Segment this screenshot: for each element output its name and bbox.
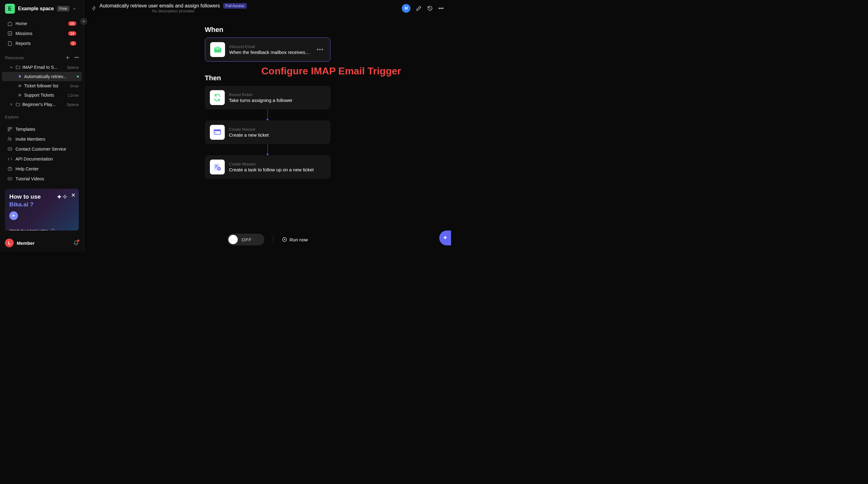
tree-label: Ticket follower list: [24, 83, 68, 88]
explore-invite-label: Invite Members: [16, 137, 45, 141]
history-button[interactable]: [427, 6, 433, 11]
explore-header: Explore: [0, 109, 84, 122]
mail-icon: [210, 42, 225, 57]
topbar: Automatically retrieve user emails and a…: [84, 0, 451, 17]
step-card-round-robin[interactable]: Round Robin Take turns assigning a follo…: [205, 86, 331, 109]
tree-table-followers[interactable]: Ticket follower list 3row: [2, 81, 82, 91]
card-more-button[interactable]: •••: [316, 45, 325, 54]
hash-icon: [18, 93, 22, 97]
explore-videos[interactable]: Tutorial Videos: [2, 174, 81, 184]
nav-reports[interactable]: Reports 2: [2, 38, 81, 49]
tree-folder-playground[interactable]: Beginner's Play... 5piece: [2, 100, 82, 109]
automation-toggle[interactable]: OFF: [227, 234, 265, 246]
hash-icon: [18, 84, 22, 88]
sidebar: E Example space Free Home 16 Missions 14…: [0, 0, 84, 252]
add-resource-button[interactable]: [65, 55, 70, 60]
tree-count: 5piece: [67, 102, 79, 107]
step-desc: Create a new ticket: [229, 132, 326, 137]
sidebar-footer: L Member: [0, 234, 84, 252]
chat-icon: [7, 147, 12, 152]
promo-footer-label: Watch the tutorial video: [9, 229, 48, 230]
explore-help[interactable]: Help Center: [2, 164, 81, 174]
workspace-switcher[interactable]: E Example space Free: [0, 0, 84, 18]
tree-count: 11row: [68, 93, 79, 98]
sidebar-collapse-button[interactable]: [80, 18, 87, 25]
flow-connector: [268, 109, 268, 121]
nav-home[interactable]: Home 16: [2, 19, 81, 29]
chevron-down-icon: [72, 7, 76, 10]
check-square-icon: [7, 31, 12, 36]
nav-home-count: 16: [68, 21, 76, 26]
step-card-create-mission[interactable]: Create Mission Create a task to follow u…: [205, 155, 331, 179]
toggle-label: OFF: [242, 237, 252, 242]
explore-videos-label: Tutorial Videos: [16, 176, 44, 181]
video-icon: [7, 176, 12, 181]
task-plus-icon: [210, 160, 225, 174]
nav-home-label: Home: [16, 21, 27, 26]
tier-badge: Free: [57, 6, 70, 11]
more-button[interactable]: •••: [438, 6, 444, 11]
nav-missions[interactable]: Missions 14: [2, 29, 81, 38]
explore-templates[interactable]: Templates: [2, 124, 81, 134]
tree-table-tickets[interactable]: Support Tickets 11row: [2, 91, 82, 100]
chevron-down-icon: [9, 65, 13, 69]
refresh-icon: [210, 90, 225, 105]
tree-label: Beginner's Play...: [22, 102, 65, 107]
svg-point-9: [51, 229, 55, 230]
when-heading: When: [205, 26, 331, 34]
user-avatar[interactable]: L: [5, 238, 13, 247]
primary-nav: Home 16 Missions 14 Reports 2: [0, 18, 84, 50]
promo-title-line2: Bika.ai ?: [9, 201, 74, 208]
explore-invite[interactable]: Invite Members: [2, 134, 81, 144]
flow-connector: [268, 144, 268, 155]
promo-card[interactable]: ✕ ✦✧ How to use Bika.ai ? Watch the tuto…: [5, 189, 79, 230]
template-icon: [7, 127, 12, 132]
header-avatar[interactable]: M: [402, 4, 410, 13]
tree-automation-active[interactable]: Automatically retriev...: [2, 72, 82, 81]
nav-missions-label: Missions: [16, 31, 32, 36]
main-content: Automatically retrieve user emails and a…: [84, 0, 451, 252]
step-card-create-record[interactable]: Create Record Create a new ticket: [205, 121, 331, 144]
svg-point-7: [10, 170, 10, 170]
step-desc: Create a task to follow up on a new tick…: [229, 167, 326, 172]
explore-api-label: API Documentation: [16, 157, 53, 161]
document-icon: [7, 41, 12, 46]
explore-label: Explore: [5, 115, 19, 119]
explore-list: Templates Invite Members Contact Custome…: [0, 123, 84, 185]
tree-folder-imap[interactable]: IMAP Email to S... 3piece: [2, 63, 82, 72]
page-description: No description provided: [99, 9, 247, 13]
tree-count: 3piece: [67, 65, 79, 70]
bolt-icon: [18, 74, 22, 79]
chevron-right-icon: [9, 103, 13, 106]
close-icon[interactable]: ✕: [71, 192, 75, 199]
play-button[interactable]: [9, 211, 18, 220]
folder-icon: [16, 102, 21, 107]
explore-api[interactable]: API Documentation: [2, 154, 81, 164]
promo-footer[interactable]: Watch the tutorial video: [9, 229, 74, 230]
tree-count: 3row: [70, 84, 79, 88]
nav-missions-count: 14: [68, 31, 76, 36]
workspace-name: Example space: [18, 6, 54, 11]
explore-contact[interactable]: Contact Customer Service: [2, 144, 81, 154]
run-now-label: Run now: [289, 237, 308, 242]
notifications-button[interactable]: [73, 240, 79, 246]
user-plus-icon: [7, 137, 12, 141]
edit-button[interactable]: [416, 6, 422, 11]
resources-more-button[interactable]: •••: [74, 55, 79, 60]
trigger-desc: When the feedback mailbox receives ne...: [229, 50, 311, 55]
sparkle-icon: ✦✧: [56, 193, 68, 201]
trigger-type: Inbound Email: [229, 44, 311, 49]
svg-rect-1: [8, 127, 10, 129]
workspace-badge: E: [5, 4, 15, 13]
run-now-button[interactable]: Run now: [282, 237, 308, 242]
resources-label: Resources: [5, 56, 24, 60]
active-dot-icon: [77, 75, 79, 77]
tree-label: Support Tickets: [24, 93, 66, 98]
trigger-card[interactable]: Inbound Email When the feedback mailbox …: [205, 37, 331, 62]
resource-tree: IMAP Email to S... 3piece Automatically …: [0, 63, 84, 109]
resources-header: Resources •••: [0, 50, 84, 63]
annotation-overlay: Configure IMAP Email Trigger: [261, 65, 401, 77]
explore-templates-label: Templates: [16, 127, 35, 132]
bottom-toolbar: OFF Run now: [227, 234, 308, 246]
tree-label: Automatically retriev...: [24, 74, 74, 79]
